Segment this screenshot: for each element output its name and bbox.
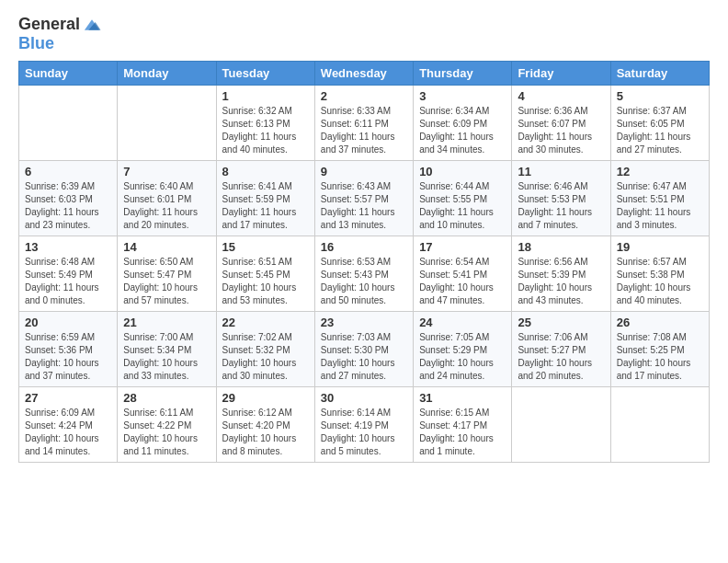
day-info: Sunrise: 6:37 AM Sunset: 6:05 PM Dayligh…	[617, 105, 703, 156]
logo-icon	[82, 15, 102, 35]
day-info: Sunrise: 6:39 AM Sunset: 6:03 PM Dayligh…	[25, 180, 111, 232]
day-info: Sunrise: 6:43 AM Sunset: 5:57 PM Dayligh…	[321, 180, 407, 232]
day-info: Sunrise: 6:51 AM Sunset: 5:45 PM Dayligh…	[222, 256, 309, 307]
calendar-cell: 22Sunrise: 7:02 AM Sunset: 5:32 PM Dayli…	[216, 311, 314, 386]
day-number: 19	[617, 240, 703, 254]
day-number: 26	[617, 316, 703, 329]
calendar-cell	[19, 85, 118, 160]
day-number: 24	[419, 316, 506, 329]
day-number: 4	[518, 89, 604, 103]
header-row: Sunday Monday Tuesday Wednesday Thursday…	[19, 61, 710, 85]
calendar-cell: 14Sunrise: 6:50 AM Sunset: 5:47 PM Dayli…	[118, 236, 216, 311]
day-number: 2	[321, 89, 407, 103]
week-row-5: 27Sunrise: 6:09 AM Sunset: 4:24 PM Dayli…	[19, 386, 710, 462]
day-number: 7	[123, 165, 210, 178]
calendar-cell: 12Sunrise: 6:47 AM Sunset: 5:51 PM Dayli…	[610, 160, 709, 236]
calendar-cell: 5Sunrise: 6:37 AM Sunset: 6:05 PM Daylig…	[610, 85, 709, 160]
day-info: Sunrise: 7:02 AM Sunset: 5:32 PM Dayligh…	[222, 331, 309, 383]
day-info: Sunrise: 6:15 AM Sunset: 4:17 PM Dayligh…	[419, 407, 506, 458]
calendar-cell: 13Sunrise: 6:48 AM Sunset: 5:49 PM Dayli…	[19, 236, 118, 311]
day-info: Sunrise: 6:54 AM Sunset: 5:41 PM Dayligh…	[419, 256, 506, 307]
day-number: 10	[419, 165, 506, 178]
calendar-table: Sunday Monday Tuesday Wednesday Thursday…	[18, 61, 710, 463]
day-info: Sunrise: 6:11 AM Sunset: 4:22 PM Dayligh…	[123, 407, 210, 458]
calendar-cell: 11Sunrise: 6:46 AM Sunset: 5:53 PM Dayli…	[512, 160, 610, 236]
day-info: Sunrise: 6:48 AM Sunset: 5:49 PM Dayligh…	[25, 256, 111, 307]
day-number: 11	[518, 165, 604, 178]
page: General Blue Sunday Monday Tuesday	[0, 0, 728, 563]
day-number: 22	[222, 316, 309, 329]
logo: General Blue	[18, 15, 102, 53]
calendar-cell: 17Sunrise: 6:54 AM Sunset: 5:41 PM Dayli…	[414, 236, 512, 311]
calendar-cell: 16Sunrise: 6:53 AM Sunset: 5:43 PM Dayli…	[314, 236, 413, 311]
day-number: 5	[617, 89, 703, 103]
day-info: Sunrise: 6:44 AM Sunset: 5:55 PM Dayligh…	[419, 180, 506, 232]
calendar-cell: 7Sunrise: 6:40 AM Sunset: 6:01 PM Daylig…	[118, 160, 216, 236]
day-info: Sunrise: 6:46 AM Sunset: 5:53 PM Dayligh…	[518, 180, 604, 232]
day-info: Sunrise: 6:47 AM Sunset: 5:51 PM Dayligh…	[617, 180, 703, 232]
week-row-1: 1Sunrise: 6:32 AM Sunset: 6:13 PM Daylig…	[19, 85, 710, 160]
day-info: Sunrise: 6:12 AM Sunset: 4:20 PM Dayligh…	[222, 407, 309, 458]
calendar-cell: 26Sunrise: 7:08 AM Sunset: 5:25 PM Dayli…	[610, 311, 709, 386]
calendar-cell: 18Sunrise: 6:56 AM Sunset: 5:39 PM Dayli…	[512, 236, 610, 311]
calendar-cell: 20Sunrise: 6:59 AM Sunset: 5:36 PM Dayli…	[19, 311, 118, 386]
day-number: 25	[518, 316, 604, 329]
day-number: 9	[321, 165, 407, 178]
day-info: Sunrise: 6:14 AM Sunset: 4:19 PM Dayligh…	[321, 407, 407, 458]
day-number: 31	[419, 391, 506, 405]
day-number: 3	[419, 89, 506, 103]
col-thursday: Thursday	[414, 61, 512, 85]
calendar-cell: 23Sunrise: 7:03 AM Sunset: 5:30 PM Dayli…	[314, 311, 413, 386]
col-monday: Monday	[118, 61, 216, 85]
day-info: Sunrise: 6:33 AM Sunset: 6:11 PM Dayligh…	[321, 105, 407, 156]
day-number: 21	[123, 316, 210, 329]
col-friday: Friday	[512, 61, 610, 85]
calendar-cell: 19Sunrise: 6:57 AM Sunset: 5:38 PM Dayli…	[610, 236, 709, 311]
logo-text-blue: Blue	[18, 35, 54, 53]
calendar-cell: 30Sunrise: 6:14 AM Sunset: 4:19 PM Dayli…	[314, 386, 413, 462]
day-number: 13	[25, 240, 111, 254]
day-info: Sunrise: 7:08 AM Sunset: 5:25 PM Dayligh…	[617, 331, 703, 383]
day-number: 14	[123, 240, 210, 254]
day-info: Sunrise: 7:06 AM Sunset: 5:27 PM Dayligh…	[518, 331, 604, 383]
day-number: 15	[222, 240, 309, 254]
calendar-cell: 6Sunrise: 6:39 AM Sunset: 6:03 PM Daylig…	[19, 160, 118, 236]
col-wednesday: Wednesday	[314, 61, 413, 85]
day-info: Sunrise: 6:09 AM Sunset: 4:24 PM Dayligh…	[25, 407, 111, 458]
calendar-cell: 3Sunrise: 6:34 AM Sunset: 6:09 PM Daylig…	[414, 85, 512, 160]
calendar-cell: 15Sunrise: 6:51 AM Sunset: 5:45 PM Dayli…	[216, 236, 314, 311]
week-row-4: 20Sunrise: 6:59 AM Sunset: 5:36 PM Dayli…	[19, 311, 710, 386]
day-info: Sunrise: 6:50 AM Sunset: 5:47 PM Dayligh…	[123, 256, 210, 307]
day-info: Sunrise: 6:41 AM Sunset: 5:59 PM Dayligh…	[222, 180, 309, 232]
calendar-cell: 1Sunrise: 6:32 AM Sunset: 6:13 PM Daylig…	[216, 85, 314, 160]
day-number: 12	[617, 165, 703, 178]
calendar-cell: 10Sunrise: 6:44 AM Sunset: 5:55 PM Dayli…	[414, 160, 512, 236]
calendar-cell: 25Sunrise: 7:06 AM Sunset: 5:27 PM Dayli…	[512, 311, 610, 386]
day-info: Sunrise: 7:05 AM Sunset: 5:29 PM Dayligh…	[419, 331, 506, 383]
day-number: 17	[419, 240, 506, 254]
day-number: 23	[321, 316, 407, 329]
day-number: 27	[25, 391, 111, 405]
day-number: 28	[123, 391, 210, 405]
day-info: Sunrise: 6:53 AM Sunset: 5:43 PM Dayligh…	[321, 256, 407, 307]
day-info: Sunrise: 7:03 AM Sunset: 5:30 PM Dayligh…	[321, 331, 407, 383]
day-info: Sunrise: 6:32 AM Sunset: 6:13 PM Dayligh…	[222, 105, 309, 156]
day-info: Sunrise: 6:36 AM Sunset: 6:07 PM Dayligh…	[518, 105, 604, 156]
calendar-cell: 24Sunrise: 7:05 AM Sunset: 5:29 PM Dayli…	[414, 311, 512, 386]
calendar-cell	[118, 85, 216, 160]
logo-text-general: General	[18, 16, 80, 34]
day-number: 6	[25, 165, 111, 178]
day-number: 1	[222, 89, 309, 103]
calendar-cell: 21Sunrise: 7:00 AM Sunset: 5:34 PM Dayli…	[118, 311, 216, 386]
calendar-cell: 9Sunrise: 6:43 AM Sunset: 5:57 PM Daylig…	[314, 160, 413, 236]
week-row-3: 13Sunrise: 6:48 AM Sunset: 5:49 PM Dayli…	[19, 236, 710, 311]
col-sunday: Sunday	[19, 61, 118, 85]
day-info: Sunrise: 6:56 AM Sunset: 5:39 PM Dayligh…	[518, 256, 604, 307]
calendar-cell: 29Sunrise: 6:12 AM Sunset: 4:20 PM Dayli…	[216, 386, 314, 462]
calendar-cell: 2Sunrise: 6:33 AM Sunset: 6:11 PM Daylig…	[314, 85, 413, 160]
day-number: 18	[518, 240, 604, 254]
header: General Blue	[18, 15, 710, 53]
day-info: Sunrise: 6:34 AM Sunset: 6:09 PM Dayligh…	[419, 105, 506, 156]
calendar-cell	[512, 386, 610, 462]
day-number: 29	[222, 391, 309, 405]
